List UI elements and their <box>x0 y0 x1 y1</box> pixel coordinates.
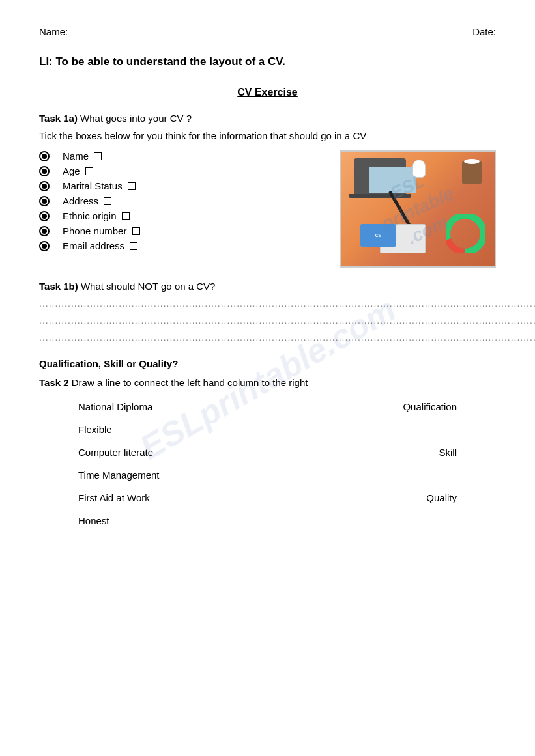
matching-row-5: Honest <box>39 515 496 526</box>
task1a-label: Task 1a) <box>39 113 78 124</box>
task1b-section: Task 1b) What should NOT go on a CV? ...… <box>39 281 496 343</box>
item-label: Phone number <box>63 225 130 236</box>
left-item-0: National Diploma <box>39 401 248 412</box>
item-label: Ethnic origin <box>63 210 119 221</box>
matching-row-1: Flexible <box>39 424 496 435</box>
checkbox-name[interactable] <box>94 152 102 160</box>
task1a-instruction: What goes into your CV ? <box>78 113 192 124</box>
matching-row-3: Time Management <box>39 469 496 481</box>
checkbox-email[interactable] <box>130 242 137 250</box>
matching-row-0: National Diploma Qualification <box>39 401 496 412</box>
cv-exercise-title: CV Exercise <box>39 87 496 98</box>
item-label: Address <box>63 195 101 206</box>
task2-instruction: Task 2 Draw a line to connect the left h… <box>39 377 496 388</box>
left-item-1: Flexible <box>39 424 248 435</box>
radio-icon <box>39 166 50 176</box>
matching-table: National Diploma Qualification Flexible … <box>39 401 496 526</box>
matching-row-2: Computer literate Skill <box>39 447 496 458</box>
right-item-4: Quality <box>426 492 496 503</box>
cv-image-inner: CV ESLprintable.com <box>341 152 495 266</box>
radio-icon <box>39 226 50 236</box>
list-item: Name <box>39 150 326 161</box>
task2-instruction-text: Draw a line to connect the left hand col… <box>69 377 308 388</box>
list-item: Phone number <box>39 225 326 236</box>
list-item: Email address <box>39 240 326 251</box>
left-item-5: Honest <box>39 515 248 526</box>
li-heading: LI: To be able to understand the layout … <box>39 55 496 68</box>
mouse-shape <box>412 160 426 178</box>
checkbox-ethnic[interactable] <box>122 212 130 220</box>
checkbox-marital[interactable] <box>128 182 136 190</box>
task2-label: Task 2 <box>39 377 69 388</box>
item-label: Name <box>63 150 91 161</box>
item-label: Age <box>63 165 83 176</box>
list-item: Ethnic origin <box>39 210 326 221</box>
item-label: Marital Status <box>63 180 125 191</box>
tick-instruction: Tick the boxes below for you think for t… <box>39 130 496 141</box>
right-item-0: Qualification <box>403 401 496 412</box>
cv-card-shape: CV <box>360 224 396 247</box>
checkbox-age[interactable] <box>85 167 93 175</box>
left-item-3: Time Management <box>39 469 248 481</box>
radio-icon <box>39 241 50 251</box>
task1a-heading: Task 1a) What goes into your CV ? <box>39 113 496 124</box>
dotted-line-2: ........................................… <box>39 315 496 326</box>
list-item: Age <box>39 165 326 176</box>
radio-icon <box>39 211 50 221</box>
dotted-line-3: ........................................… <box>39 332 496 343</box>
right-item-2: Skill <box>439 447 496 458</box>
screen-shape <box>369 167 416 193</box>
radio-icon <box>39 181 50 191</box>
checklist-image-row: Name Age Marital Status Address Ethnic o… <box>39 150 496 268</box>
qualification-heading: Qualification, Skill or Quality? <box>39 358 496 369</box>
cv-image: CV ESLprintable.com <box>340 150 496 268</box>
laptop-shape <box>354 158 406 194</box>
left-item-4: First Aid at Work <box>39 492 248 503</box>
header-row: Name: Date: <box>39 26 496 37</box>
coffee-shape <box>462 161 482 184</box>
list-item: Address <box>39 195 326 206</box>
task1b-instruction: What should NOT go on a CV? <box>78 281 216 292</box>
chart-shape <box>446 214 485 253</box>
name-label: Name: <box>39 26 68 37</box>
checklist: Name Age Marital Status Address Ethnic o… <box>39 150 326 255</box>
task1b-label: Task 1b) <box>39 281 78 292</box>
radio-icon <box>39 196 50 206</box>
radio-icon <box>39 151 50 161</box>
list-item: Marital Status <box>39 180 326 191</box>
dotted-line-1: ........................................… <box>39 298 496 309</box>
matching-row-4: First Aid at Work Quality <box>39 492 496 503</box>
left-item-2: Computer literate <box>39 447 248 458</box>
date-label: Date: <box>472 26 496 37</box>
item-label: Email address <box>63 240 127 251</box>
checkbox-address[interactable] <box>104 197 111 205</box>
task1b-heading: Task 1b) What should NOT go on a CV? <box>39 281 496 292</box>
checkbox-phone[interactable] <box>132 227 140 235</box>
